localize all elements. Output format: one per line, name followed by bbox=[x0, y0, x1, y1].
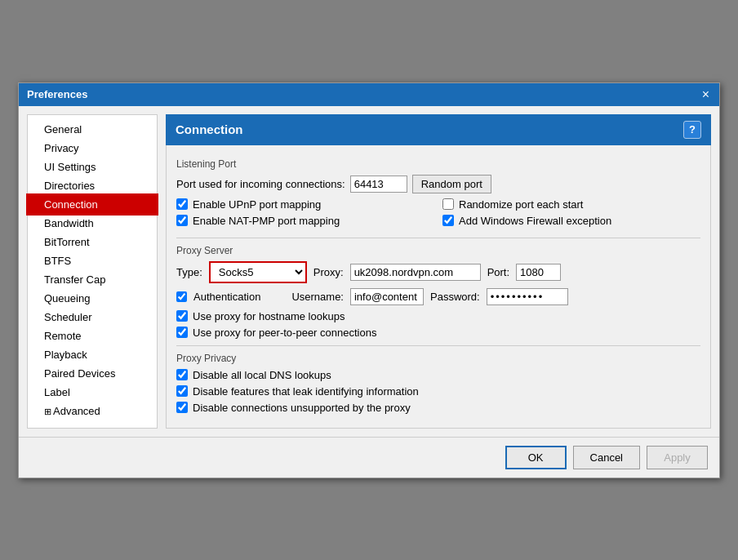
sidebar: GeneralPrivacyUI SettingsDirectoriesConn… bbox=[27, 114, 158, 429]
hostname-lookup-row: Use proxy for hostname lookups bbox=[176, 310, 700, 322]
proxy-label: Proxy: bbox=[313, 266, 344, 278]
preferences-window: Preferences × GeneralPrivacyUI SettingsD… bbox=[18, 82, 720, 478]
password-input[interactable] bbox=[487, 288, 568, 305]
panel-body: Listening Port Port used for incoming co… bbox=[166, 145, 711, 429]
leak-checkbox[interactable] bbox=[176, 385, 188, 397]
sidebar-item-general[interactable]: General bbox=[28, 120, 157, 139]
username-input[interactable] bbox=[350, 288, 424, 305]
auth-checkbox[interactable] bbox=[176, 291, 187, 302]
nat-checkbox[interactable] bbox=[176, 215, 188, 226]
port-input[interactable] bbox=[350, 176, 407, 193]
type-label: Type: bbox=[176, 266, 202, 278]
proxy-privacy-title: Proxy Privacy bbox=[176, 353, 700, 364]
firewall-label: Add Windows Firewall exception bbox=[459, 215, 611, 227]
expander-icon: ⊞ bbox=[44, 407, 51, 417]
nat-row: Enable NAT-PMP port mapping bbox=[176, 215, 434, 227]
panel-header: Connection ? bbox=[166, 114, 711, 145]
randomize-checkbox[interactable] bbox=[442, 198, 454, 210]
leak-label: Disable features that leak identifying i… bbox=[193, 385, 419, 398]
firewall-row: Add Windows Firewall exception bbox=[442, 215, 700, 227]
sidebar-item-directories[interactable]: Directories bbox=[28, 176, 157, 195]
sidebar-item-transfer-cap[interactable]: Transfer Cap bbox=[28, 270, 157, 289]
sidebar-item-playback[interactable]: Playback bbox=[28, 345, 157, 364]
peer-row: Use proxy for peer-to-peer connections bbox=[176, 327, 700, 339]
sidebar-item-remote[interactable]: Remote bbox=[28, 327, 157, 345]
unsupported-row: Disable connections unsupported by the p… bbox=[176, 402, 700, 414]
sidebar-item-advanced[interactable]: ⊞ Advanced bbox=[28, 402, 157, 420]
window-body: GeneralPrivacyUI SettingsDirectoriesConn… bbox=[19, 106, 719, 437]
sidebar-item-label[interactable]: Label bbox=[28, 383, 157, 402]
sidebar-item-bittorrent[interactable]: BitTorrent bbox=[28, 233, 157, 251]
hostname-lookup-label: Use proxy for hostname lookups bbox=[193, 310, 345, 322]
sidebar-item-paired-devices[interactable]: Paired Devices bbox=[28, 364, 157, 383]
upnp-checkbox[interactable] bbox=[176, 198, 188, 210]
titlebar: Preferences × bbox=[19, 83, 719, 106]
nat-label: Enable NAT-PMP port mapping bbox=[193, 215, 340, 227]
listening-port-section: Listening Port Port used for incoming co… bbox=[176, 158, 700, 231]
sidebar-item-queueing[interactable]: Queueing bbox=[28, 289, 157, 308]
proxy-server-section: Proxy Server Type: None SOCKS4 Socks5 HT… bbox=[176, 245, 700, 339]
peer-label: Use proxy for peer-to-peer connections bbox=[193, 327, 376, 339]
listening-port-title: Listening Port bbox=[176, 158, 700, 170]
ok-button[interactable]: OK bbox=[505, 446, 567, 469]
sidebar-item-ui-settings[interactable]: UI Settings bbox=[28, 158, 157, 176]
content-panel: Connection ? Listening Port Port used fo… bbox=[166, 114, 711, 429]
separator-2 bbox=[176, 345, 700, 346]
auth-label: Authentication bbox=[193, 291, 260, 303]
sidebar-item-bandwidth[interactable]: Bandwidth bbox=[28, 214, 157, 233]
leak-row: Disable features that leak identifying i… bbox=[176, 385, 700, 398]
upnp-row: Enable UPnP port mapping bbox=[176, 198, 434, 211]
help-button[interactable]: ? bbox=[683, 121, 701, 139]
firewall-checkbox[interactable] bbox=[442, 215, 454, 226]
proxy-host-input[interactable] bbox=[350, 264, 481, 281]
username-label: Username: bbox=[291, 291, 344, 303]
dns-row: Disable all local DNS lookups bbox=[176, 369, 700, 381]
port-label: Port used for incoming connections: bbox=[176, 178, 345, 190]
close-button[interactable]: × bbox=[700, 88, 711, 101]
peer-checkbox[interactable] bbox=[176, 327, 188, 338]
panel-title: Connection bbox=[176, 122, 243, 136]
window-title: Preferences bbox=[27, 88, 87, 100]
sidebar-item-privacy[interactable]: Privacy bbox=[28, 139, 157, 158]
footer: OK Cancel Apply bbox=[19, 437, 719, 478]
randomize-row: Randomize port each start bbox=[442, 198, 700, 211]
proxy-port-input[interactable] bbox=[516, 264, 561, 281]
proxy-privacy-section: Proxy Privacy Disable all local DNS look… bbox=[176, 353, 700, 414]
proxy-section-title: Proxy Server bbox=[176, 245, 700, 256]
apply-button[interactable]: Apply bbox=[647, 446, 708, 469]
sidebar-item-btfs[interactable]: BTFS bbox=[28, 251, 157, 270]
port-row: Port used for incoming connections: Rand… bbox=[176, 175, 700, 193]
sidebar-item-connection[interactable]: Connection bbox=[28, 195, 157, 214]
hostname-lookup-checkbox[interactable] bbox=[176, 310, 188, 322]
port-options-grid: Enable UPnP port mapping Randomize port … bbox=[176, 198, 700, 231]
cancel-button[interactable]: Cancel bbox=[573, 446, 640, 469]
auth-row: Authentication Username: Password: bbox=[176, 288, 700, 305]
proxy-type-row: Type: None SOCKS4 Socks5 HTTP Proxy: Por… bbox=[176, 261, 700, 283]
unsupported-checkbox[interactable] bbox=[176, 402, 188, 413]
proxy-type-select[interactable]: None SOCKS4 Socks5 HTTP bbox=[209, 261, 307, 283]
sidebar-item-scheduler[interactable]: Scheduler bbox=[28, 308, 157, 327]
randomize-label: Randomize port each start bbox=[459, 198, 583, 211]
unsupported-label: Disable connections unsupported by the p… bbox=[193, 402, 411, 414]
dns-label: Disable all local DNS lookups bbox=[193, 369, 331, 381]
dns-checkbox[interactable] bbox=[176, 369, 188, 380]
random-port-button[interactable]: Random port bbox=[412, 175, 491, 193]
password-label: Password: bbox=[430, 291, 480, 303]
upnp-label: Enable UPnP port mapping bbox=[193, 198, 321, 211]
separator-1 bbox=[176, 238, 700, 238]
proxy-port-label: Port: bbox=[487, 266, 509, 278]
